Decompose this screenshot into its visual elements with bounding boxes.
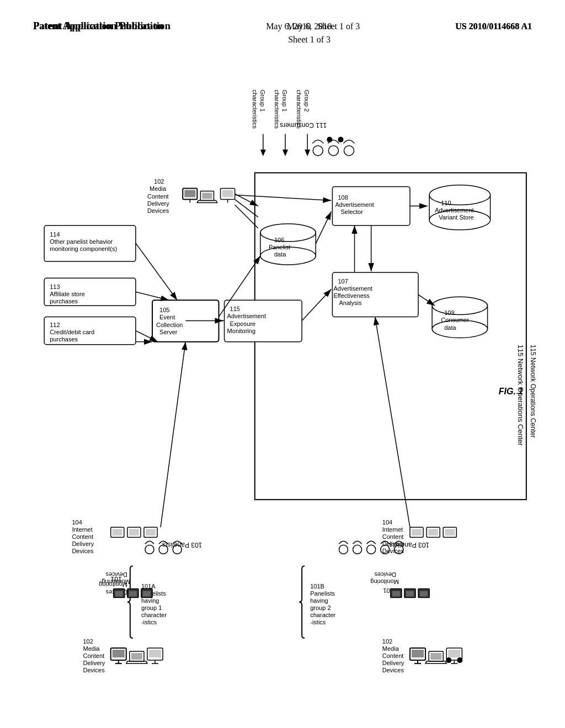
svg-text:character: character	[141, 612, 167, 618]
svg-rect-64	[392, 591, 400, 597]
svg-point-72	[367, 545, 376, 554]
svg-rect-85	[146, 529, 156, 536]
svg-text:104: 104	[72, 519, 82, 526]
svg-text:purchases: purchases	[50, 298, 78, 304]
svg-rect-94	[428, 529, 438, 536]
svg-rect-39	[430, 653, 441, 660]
svg-text:114: 114	[50, 231, 60, 238]
svg-rect-58	[115, 591, 123, 597]
svg-text:monitoring component(s): monitoring component(s)	[50, 245, 117, 252]
svg-rect-35	[412, 650, 424, 657]
svg-line-201	[375, 317, 410, 527]
svg-text:characteristics: characteristics	[296, 90, 302, 129]
svg-text:data: data	[444, 324, 456, 331]
svg-text:Monitoring: Monitoring	[102, 579, 130, 585]
svg-text:Group 2: Group 2	[303, 90, 310, 112]
svg-text:Media: Media	[150, 185, 167, 192]
svg-text:group 1: group 1	[141, 604, 162, 611]
svg-point-100	[344, 146, 354, 156]
svg-point-154	[432, 297, 487, 314]
svg-line-194	[418, 295, 435, 306]
svg-line-188	[235, 195, 332, 201]
svg-rect-81	[113, 529, 122, 536]
svg-rect-126	[202, 192, 212, 199]
svg-text:Consumer: Consumer	[441, 317, 469, 323]
svg-text:Delivery: Delivery	[382, 660, 404, 666]
svg-text:Content: Content	[83, 652, 104, 659]
svg-text:characteristics: characteristics	[274, 90, 280, 129]
svg-text:Advertisement: Advertisement	[227, 313, 266, 319]
svg-text:Content: Content	[382, 652, 404, 659]
svg-text:Effectiveness: Effectiveness	[333, 292, 370, 299]
svg-text:101B: 101B	[310, 583, 324, 590]
svg-text:Advertisement: Advertisement	[335, 201, 374, 208]
svg-text:Internet: Internet	[382, 526, 403, 533]
svg-marker-116	[305, 149, 310, 156]
svg-point-139	[429, 185, 490, 205]
svg-point-69	[145, 545, 154, 554]
svg-text:Panelists: Panelists	[310, 590, 335, 597]
svg-rect-41	[448, 650, 460, 657]
svg-text:character: character	[310, 612, 335, 618]
svg-text:115  Network Operations Center: 115 Network Operations Center	[529, 345, 537, 438]
svg-text:Advertisement: Advertisement	[435, 207, 474, 213]
svg-text:Credit/debit card: Credit/debit card	[50, 329, 94, 335]
svg-point-73	[353, 545, 362, 554]
svg-rect-54	[143, 591, 151, 597]
svg-text:115: 115	[230, 306, 240, 312]
svg-point-74	[339, 545, 348, 554]
svg-rect-83	[129, 529, 139, 536]
svg-text:Exposure: Exposure	[230, 320, 256, 327]
svg-text:Delivery: Delivery	[83, 660, 105, 666]
svg-text:Other panelist behavior: Other panelist behavior	[50, 238, 113, 245]
svg-text:Delivery: Delivery	[72, 540, 94, 547]
svg-text:Devices: Devices	[374, 571, 396, 578]
publication-title: Patent Application Publication	[33, 20, 170, 32]
svg-text:Panelist: Panelist	[269, 244, 290, 250]
svg-text:purchases: purchases	[50, 336, 78, 342]
svg-rect-62	[406, 591, 414, 597]
svg-text:112: 112	[50, 322, 60, 328]
patent-diagram: 101A Panelists having group 1 character …	[22, 61, 543, 717]
svg-text:having: having	[310, 597, 328, 604]
svg-line-190	[316, 212, 331, 244]
svg-text:102: 102	[154, 178, 164, 185]
svg-text:103 Panelists: 103 Panelists	[162, 541, 202, 549]
svg-text:Media: Media	[83, 645, 100, 652]
svg-text:102: 102	[83, 638, 93, 645]
svg-line-196	[136, 292, 169, 300]
page: Patent Application Publication May 6, 20…	[0, 0, 565, 728]
svg-text:Devices: Devices	[105, 571, 127, 578]
svg-text:113: 113	[50, 283, 60, 290]
svg-text:-istics: -istics	[310, 619, 326, 625]
svg-rect-25	[113, 650, 125, 657]
svg-rect-96	[445, 529, 455, 536]
svg-rect-29	[131, 653, 142, 660]
svg-point-101	[328, 146, 338, 156]
svg-text:Collection: Collection	[156, 322, 183, 328]
svg-text:FIG. 1: FIG. 1	[499, 386, 524, 396]
svg-text:109: 109	[444, 309, 454, 316]
svg-rect-56	[129, 591, 137, 597]
svg-text:Variant Store: Variant Store	[439, 214, 474, 221]
svg-text:Internet: Internet	[72, 526, 92, 533]
svg-text:Monitoring: Monitoring	[370, 579, 399, 585]
svg-text:Delivery: Delivery	[147, 200, 169, 207]
svg-rect-128	[222, 190, 233, 197]
svg-text:Devices: Devices	[382, 548, 404, 554]
svg-text:110: 110	[441, 200, 451, 206]
svg-text:101A: 101A	[141, 583, 156, 590]
svg-line-195	[136, 243, 177, 300]
svg-text:Content: Content	[147, 193, 169, 200]
diagram-area: 101A Panelists having group 1 character …	[22, 61, 543, 717]
svg-text:Devices: Devices	[83, 667, 105, 673]
svg-text:Event: Event	[159, 314, 175, 320]
svg-point-147	[260, 224, 316, 242]
svg-text:characteristics: characteristics	[252, 90, 258, 129]
svg-text:having: having	[141, 597, 159, 604]
svg-text:Group 1: Group 1	[281, 90, 288, 112]
svg-text:Advertisement: Advertisement	[333, 285, 372, 292]
svg-text:-istics: -istics	[141, 619, 157, 625]
svg-text:data: data	[274, 251, 286, 258]
svg-text:111 Consumers: 111 Consumers	[280, 121, 327, 129]
